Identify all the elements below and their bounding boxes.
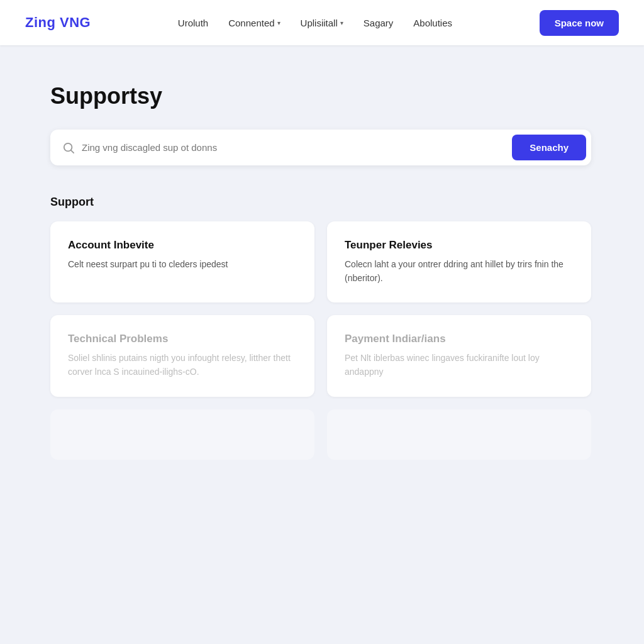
card-teunper[interactable]: Teunper Relevies Colecn laht a your ontr… [327, 221, 591, 303]
card-description: Celt neest surpart pu ti to cleders iped… [68, 258, 297, 272]
card-faded-1 [50, 409, 314, 460]
card-description: Pet Nlt iblerbas winec lingaves fuckiran… [345, 352, 574, 379]
page-title: Supportsy [50, 83, 594, 109]
card-account[interactable]: Account Inbevite Celt neest surpart pu t… [50, 221, 314, 303]
card-technical[interactable]: Technical Problems Soliel shlinis putain… [50, 315, 314, 396]
nav-item-aboluties[interactable]: Aboluties [413, 18, 452, 28]
card-payment[interactable]: Payment Indiar/ians Pet Nlt iblerbas win… [327, 315, 591, 396]
navbar: Zing VNG Uroluth Connented ▾ Uplisiitall… [0, 0, 644, 45]
card-description: Colecn laht a your ontrer ddring ant hil… [345, 258, 574, 285]
nav-item-uplisiitall[interactable]: Uplisiitall ▾ [301, 18, 343, 28]
chevron-down-icon: ▾ [340, 19, 343, 26]
card-title: Payment Indiar/ians [345, 333, 574, 345]
svg-line-1 [71, 150, 74, 153]
card-description: Soliel shlinis putains nigth you infough… [68, 352, 297, 379]
search-input[interactable] [82, 142, 512, 153]
cards-grid: Account Inbevite Celt neest surpart pu t… [50, 221, 591, 397]
nav-links: Uroluth Connented ▾ Uplisiitall ▾ Sagary… [178, 18, 452, 28]
chevron-down-icon: ▾ [277, 19, 280, 26]
card-title: Technical Problems [68, 333, 297, 345]
cards-grid-faded [50, 409, 591, 460]
card-title: Account Inbevite [68, 239, 297, 252]
support-section: Support Account Inbevite Celt neest surp… [50, 196, 594, 460]
nav-item-connented[interactable]: Connented ▾ [228, 18, 280, 28]
card-faded-2 [327, 409, 591, 460]
logo[interactable]: Zing VNG [25, 14, 91, 31]
search-icon [63, 142, 74, 153]
search-button[interactable]: Senachy [512, 135, 586, 160]
card-title: Teunper Relevies [345, 239, 574, 252]
section-label: Support [50, 196, 594, 209]
search-bar: Senachy [50, 130, 591, 165]
space-now-button[interactable]: Space now [540, 10, 619, 36]
nav-item-uroluth[interactable]: Uroluth [178, 18, 208, 28]
nav-item-sagary[interactable]: Sagary [364, 18, 394, 28]
main-content: Supportsy Senachy Support Account Inbevi… [0, 45, 644, 497]
